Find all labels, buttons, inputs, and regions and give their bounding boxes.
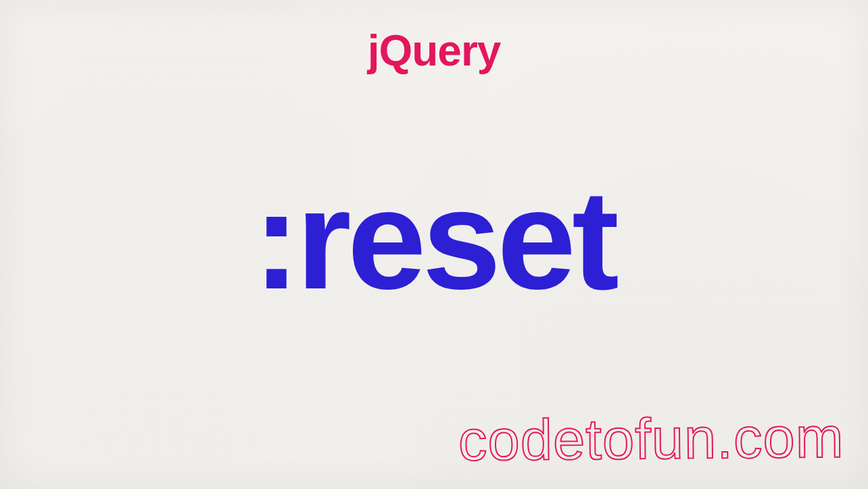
selector-text: :reset (253, 169, 615, 311)
library-title: jQuery (368, 26, 501, 76)
graphic-canvas: jQuery :reset codetofun.com (0, 0, 868, 489)
site-watermark: codetofun.com (458, 405, 844, 474)
